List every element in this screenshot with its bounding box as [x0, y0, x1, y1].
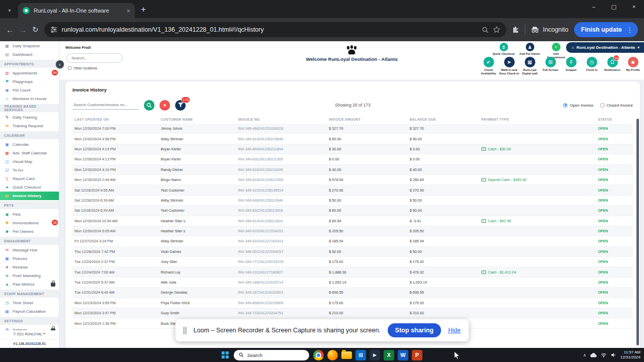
sidebar-item-reviews[interactable]: ★Reviews [0, 263, 59, 272]
taskbar-search[interactable]: Search [234, 350, 309, 360]
invoice-row[interactable]: Mon 12/30/2024 7:00 PMJimmy JohnsINV-349… [72, 124, 633, 134]
my-profile-button[interactable]: ☻My Profile [623, 57, 643, 75]
closed-invoice-option[interactable]: Closed Invoice [600, 103, 633, 108]
volume-icon[interactable] [611, 352, 616, 357]
sidebar-item-playgroups[interactable]: ⚑Playgroups [0, 77, 59, 86]
invoice-row[interactable]: Mon 12/30/2024 5:05 AMHeather Stier sINV… [72, 226, 633, 236]
store-icon[interactable]: ⊞ [356, 350, 366, 360]
sidebar-item-calendar[interactable]: ▣Calendar [0, 140, 59, 149]
invoice-row[interactable]: Mon 12/23/2024 3:55 PMPriya Flutter 0918… [72, 298, 633, 308]
sidebar-item-daily-training[interactable]: ✎Daily Training [0, 113, 59, 122]
powerpoint-icon[interactable]: P [412, 350, 423, 360]
location-dropdown[interactable]: ⌂ RunLoyal Destination - Atlanta ▾ [566, 42, 644, 53]
invoice-row[interactable]: Mon 12/30/2024 4:13 PMBryan KieferINV-34… [72, 154, 633, 164]
window-minimize-button[interactable]: – [584, 0, 604, 13]
window-maximize-button[interactable]: ▢ [604, 0, 624, 13]
invoice-row[interactable]: Tue 12/24/2024 7:00 AMRichard LoyINV-349… [72, 267, 633, 277]
sidebar-item-quick-checkout[interactable]: ➤Quick Checkout [0, 183, 59, 192]
clear-search-button[interactable]: × [159, 100, 170, 111]
window-menu-chevron-icon[interactable]: ▾ [3, 4, 16, 17]
browser-tab[interactable]: RunLoyal - All-In-One software × [18, 3, 135, 18]
firefox-icon[interactable] [328, 350, 338, 360]
invoice-search-input[interactable] [72, 101, 139, 110]
invoice-row[interactable]: Sat 12/28/2024 6:39 AMTest CustomerINV-3… [72, 206, 633, 216]
cloud-icon[interactable] [590, 353, 597, 357]
sidebar-item-payroll-calculation[interactable]: ▦Payroll Calculation [0, 307, 59, 316]
hidden-icons-chevron-icon[interactable]: ∧ [583, 353, 586, 357]
media-player-icon[interactable]: ▶ [370, 350, 380, 360]
invoice-row[interactable]: Tue 12/24/2024 2:37 PMJoey StierINV-349-… [72, 257, 633, 267]
site-settings-icon[interactable] [50, 26, 57, 33]
file-explorer-icon[interactable] [342, 351, 352, 359]
back-button[interactable]: ← [6, 26, 14, 34]
sidebar-item-invoice-history[interactable]: ▤Invoice History [0, 192, 59, 200]
start-button[interactable] [222, 351, 229, 358]
stop-sharing-button[interactable]: Stop sharing [387, 323, 441, 337]
invoice-row[interactable]: Tue 12/24/2024 5:37 AMAllie JuliaINV-349… [72, 278, 633, 288]
browser-menu-icon[interactable]: ⋮ [626, 26, 633, 34]
extensions-icon[interactable] [512, 26, 519, 34]
sidebar-item-training-request[interactable]: ✉Training Request [0, 122, 59, 130]
window-close-button[interactable]: × [624, 0, 644, 13]
forward-button[interactable]: → [19, 26, 27, 34]
sidebar-item-adv-staff-calendar[interactable]: ▦Adv. Staff Calendar [0, 149, 59, 157]
invoice-row[interactable]: Mon 12/30/2024 4:58 PMAbby StirinskiINV-… [72, 134, 633, 144]
walk-in-and-easy-check-in-button[interactable]: ➤Walk-in and Easy Check-in [499, 57, 519, 75]
filter-button[interactable]: 173 [175, 100, 186, 111]
search-button[interactable] [144, 100, 154, 111]
invoice-row[interactable]: Mon 12/30/2024 4:19 PMBryan KieferINV-34… [72, 144, 633, 154]
sidebar-item-message-hub[interactable]: ✉Message Hub [0, 246, 59, 254]
reload-button[interactable]: ↻ [32, 25, 39, 34]
word-icon[interactable]: W [398, 350, 409, 360]
check-availability-button[interactable]: ✔Check Availability [478, 57, 499, 75]
invoice-row[interactable]: Mon 12/23/2024 3:47 PMSuzy SmithINV-349-… [72, 308, 633, 318]
sidebar-item-dashboard[interactable]: ▤Dashboard [0, 50, 59, 59]
notification-button[interactable]: Ω10Notification [602, 57, 622, 75]
invoice-row[interactable]: Sat 12/28/2024 9:55 AMTest CustomerINV-3… [72, 185, 633, 195]
invoice-row[interactable]: Mon 12/30/2024 2:44 AMBingo NamoINV-349-… [72, 175, 633, 185]
sidebar-item-members-in-house[interactable]: ⌂Members In House [0, 95, 59, 103]
wifi-icon[interactable] [601, 353, 607, 357]
full-screen-button[interactable]: ⊞Full Screen [540, 57, 560, 75]
excel-icon[interactable]: X [384, 350, 394, 360]
runloyal-digital-wall-button[interactable]: ▦RunLoyal Digital wall [520, 57, 540, 75]
sidebar-item-appointments[interactable]: ▥Appointments94 [0, 69, 59, 77]
sidebar-item-pet-owners[interactable]: ☻Pet Owners [0, 227, 59, 236]
sidebar-item-paw-metrics[interactable]: ▲Paw Metrics [0, 280, 59, 289]
tab-close-icon[interactable]: × [126, 7, 130, 15]
new-tab-button[interactable]: + [137, 3, 150, 16]
open-invoice-option[interactable]: Open Invoice [563, 103, 593, 108]
drag-handle-icon[interactable] [184, 327, 187, 334]
invoice-row[interactable]: Mon 12/30/2024 10:54 AMHeather Stier sIN… [72, 216, 633, 226]
chrome-icon[interactable] [313, 350, 324, 360]
other-locations-option[interactable]: Other locations [68, 66, 97, 70]
open-invoice-radio[interactable] [563, 103, 568, 108]
sidebar-item-immunizations[interactable]: ✚Immunizations16 [0, 219, 59, 227]
hide-link[interactable]: Hide [448, 327, 461, 334]
sidebar-item-pets[interactable]: ◉Pets [0, 210, 59, 219]
location-search-input[interactable] [66, 53, 123, 63]
closed-invoice-radio[interactable] [600, 103, 605, 108]
taskbar-clock[interactable]: 11:57 AM 12/31/2024 [620, 350, 640, 360]
invoice-row[interactable]: Mon 12/30/2024 4:10 PMRandy DisherINV-34… [72, 165, 633, 175]
url-bar[interactable]: runloyal.com/runloyaldestination/V1_136_… [44, 22, 506, 37]
sidebar-item-report-card[interactable]: ▯Report Card [0, 174, 59, 183]
sidebar-collapse-button[interactable]: ‹ [56, 60, 64, 68]
table-scrollbar[interactable] [636, 119, 639, 345]
sidebar-item-pictures[interactable]: ▣Pictures [0, 254, 59, 263]
sidebar-item-visual-map[interactable]: ◫Visual Map [0, 157, 59, 166]
invoice-row[interactable]: Thu 12/26/2024 7:42 PMVicki GainesINV-34… [72, 247, 633, 257]
sidebar-item-push-marketing[interactable]: ➤Push Marketing [0, 272, 59, 280]
invoice-row[interactable]: Tue 12/31/2024 6:40 AMGeorge GavalasINV-… [72, 288, 633, 298]
clock-in-button[interactable]: ◷Clock In [582, 57, 602, 75]
sidebar-item-time-sheet[interactable]: ◷Time Sheet [0, 299, 59, 307]
finish-update-button[interactable]: Finish update ⋮ [574, 22, 638, 37]
invoice-row[interactable]: Sat 12/28/2024 6:39 AMAbby StirinskiINV-… [72, 196, 633, 206]
sidebar-item-settings[interactable]: ⚙Settings [0, 326, 59, 330]
sidebar-item-pet-count[interactable]: ◉Pet Count [0, 86, 59, 95]
sidebar-item-to-do[interactable]: ☑To-Do [0, 166, 59, 174]
other-locations-checkbox[interactable] [68, 66, 71, 70]
bookmark-star-icon[interactable] [493, 26, 500, 33]
invoice-row[interactable]: Fri 12/27/2024 3:24 PMAbby StirinskiINV-… [72, 236, 633, 246]
sidebar-item-daily-snapshot[interactable]: ▦Daily Snapshot [0, 42, 59, 50]
